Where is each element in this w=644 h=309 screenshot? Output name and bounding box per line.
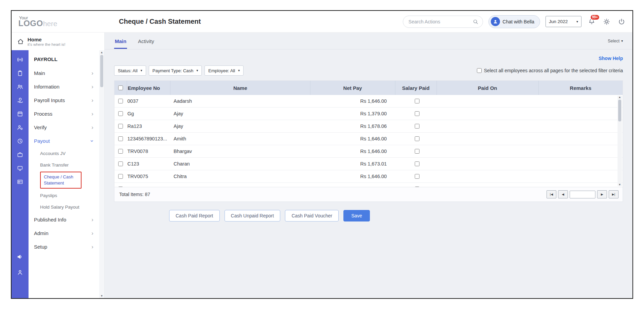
monitor-icon[interactable] <box>12 161 29 175</box>
sidebar-item-payout[interactable]: Payout › <box>29 134 100 148</box>
logout-button[interactable] <box>617 17 626 26</box>
status-filter-dropdown[interactable]: Status: All ▾ <box>114 65 146 76</box>
search-input[interactable] <box>409 19 472 24</box>
next-page-button[interactable]: ▶ <box>597 190 607 198</box>
scrollbar-thumb[interactable] <box>618 100 621 121</box>
chevron-down-icon: › <box>90 140 95 142</box>
employee-settings-icon[interactable] <box>12 121 29 134</box>
row-select-checkbox[interactable] <box>118 136 123 141</box>
cell-name: Amith <box>170 136 311 141</box>
row-select-checkbox[interactable] <box>118 124 123 129</box>
row-select-checkbox[interactable] <box>118 174 123 179</box>
show-help-link[interactable]: Show Help <box>598 56 623 61</box>
cash-unpaid-report-button[interactable]: Cash Unpaid Report <box>225 210 281 221</box>
select-dropdown[interactable]: Select ▾ <box>608 39 623 43</box>
scroll-up-icon[interactable]: ▲ <box>101 51 103 54</box>
scroll-down-icon[interactable]: ▼ <box>619 183 621 186</box>
clock-icon[interactable] <box>12 134 29 148</box>
tab-main[interactable]: Main <box>114 33 127 49</box>
main-content: Main Activity Select ▾ Show Help Status:… <box>105 33 632 298</box>
sidebar-item-home[interactable]: Home it's where the heart is! <box>12 33 104 50</box>
briefcase-icon[interactable] <box>12 148 29 161</box>
sidebar-item-admin[interactable]: Admin › <box>29 226 100 240</box>
row-select-checkbox[interactable] <box>118 187 123 187</box>
row-select-checkbox[interactable] <box>118 111 123 116</box>
sidebar-item-setup[interactable]: Setup › <box>29 240 100 253</box>
sidebar-item-payslips[interactable]: Payslips <box>40 190 100 201</box>
sidebar-scrollbar[interactable]: ▲ ▼ <box>99 50 104 298</box>
page-number-input[interactable] <box>570 191 595 198</box>
period-dropdown[interactable]: Jun 2022 ▾ <box>545 16 582 27</box>
salary-paid-checkbox[interactable] <box>415 111 419 116</box>
salary-paid-checkbox[interactable] <box>415 124 419 129</box>
pagination: |◀ ◀ ▶ ▶| <box>547 190 619 198</box>
salary-paid-checkbox[interactable] <box>415 174 419 179</box>
chevron-right-icon: › <box>91 217 93 223</box>
chat-with-bella-button[interactable]: Chat with Bella <box>488 15 540 28</box>
chevron-down-icon: ▾ <box>576 20 578 23</box>
payment-type-filter-dropdown[interactable]: Payment Type: Cash ▾ <box>149 65 202 76</box>
page-title: Cheque / Cash Statement <box>119 18 201 25</box>
salary-paid-checkbox[interactable] <box>415 187 419 187</box>
sidebar-item-information[interactable]: Information › <box>29 80 100 93</box>
header-net-pay: Net Pay <box>310 81 395 95</box>
sidebar-item-hold-salary-payout[interactable]: Hold Salary Payout <box>40 201 100 213</box>
chevron-down-icon: ▾ <box>196 69 198 72</box>
table-footer: Total Items: 87 |◀ ◀ ▶ ▶| <box>114 187 623 202</box>
topbar: Your LOGOhere Cheque / Cash Statement <box>12 11 632 33</box>
salary-paid-checkbox[interactable] <box>415 99 419 103</box>
row-select-checkbox[interactable] <box>118 149 123 154</box>
row-select-checkbox[interactable] <box>118 99 123 103</box>
notifications-button[interactable]: 99+ <box>587 17 596 26</box>
employee-filter-dropdown[interactable]: Employee: All ▾ <box>204 65 244 76</box>
tab-bar: Main Activity Select ▾ <box>105 33 632 50</box>
sidebar-item-payroll-inputs[interactable]: Payroll Inputs › <box>29 93 100 107</box>
tasks-icon[interactable] <box>12 66 29 80</box>
save-button[interactable]: Save <box>343 210 370 221</box>
broadcast-icon[interactable] <box>12 53 29 66</box>
announcement-icon[interactable] <box>12 250 29 264</box>
select-all-employees-checkbox[interactable] <box>477 68 482 73</box>
scroll-up-icon[interactable]: ▲ <box>619 96 621 99</box>
sidebar-item-cheque-cash-statement[interactable]: Cheque / Cash Statement <box>40 171 100 190</box>
select-all-employees-option[interactable]: Select all employees across all pages fo… <box>477 68 623 73</box>
last-page-button[interactable]: ▶| <box>609 190 619 198</box>
cell-net-pay: Rs 1,646.00 <box>311 136 396 141</box>
table-scrollbar[interactable]: ▲ ▼ <box>618 96 622 186</box>
sidebar-item-verify[interactable]: Verify › <box>29 120 100 134</box>
payroll-icon[interactable] <box>12 94 29 107</box>
id-card-icon[interactable] <box>12 175 29 189</box>
cash-paid-voucher-button[interactable]: Cash Paid Voucher <box>285 210 339 221</box>
active-item-highlight: Cheque / Cash Statement <box>40 172 82 189</box>
header-select-all-checkbox[interactable] <box>118 85 123 90</box>
chevron-down-icon: ▾ <box>621 39 623 43</box>
logo-text-main: LOGO <box>18 19 43 28</box>
scroll-down-icon[interactable]: ▼ <box>101 294 103 297</box>
row-select-checkbox[interactable] <box>118 161 123 166</box>
sidebar: Home it's where the heart is! <box>12 33 105 298</box>
profile-icon[interactable] <box>12 266 29 279</box>
salary-paid-checkbox[interactable] <box>415 149 419 154</box>
sidebar-item-process[interactable]: Process › <box>29 107 100 120</box>
module-icon-rail <box>12 50 29 298</box>
menu-section-title: PAYROLL <box>29 52 100 66</box>
chevron-right-icon: › <box>91 124 93 130</box>
previous-page-button[interactable]: ◀ <box>558 190 568 198</box>
sidebar-item-published-info[interactable]: Published Info › <box>29 213 100 226</box>
people-icon[interactable] <box>12 80 29 94</box>
cell-net-pay: Rs 1,379.00 <box>311 111 396 116</box>
tab-activity[interactable]: Activity <box>137 33 155 49</box>
salary-paid-checkbox[interactable] <box>415 136 419 141</box>
logo-text-sub: here <box>43 20 57 27</box>
cash-paid-report-button[interactable]: Cash Paid Report <box>169 210 220 221</box>
gear-icon <box>603 18 610 25</box>
scrollbar-thumb[interactable] <box>100 55 103 87</box>
sidebar-item-accounts-jv[interactable]: Accounts JV <box>40 148 100 159</box>
sidebar-item-main[interactable]: Main › <box>29 66 100 80</box>
calendar-icon[interactable] <box>12 107 29 121</box>
sidebar-item-bank-transfer[interactable]: Bank Transfer <box>40 159 100 171</box>
salary-paid-checkbox[interactable] <box>415 161 419 166</box>
search-actions-box[interactable] <box>403 16 483 28</box>
first-page-button[interactable]: |◀ <box>547 190 556 198</box>
settings-button[interactable] <box>602 17 611 26</box>
